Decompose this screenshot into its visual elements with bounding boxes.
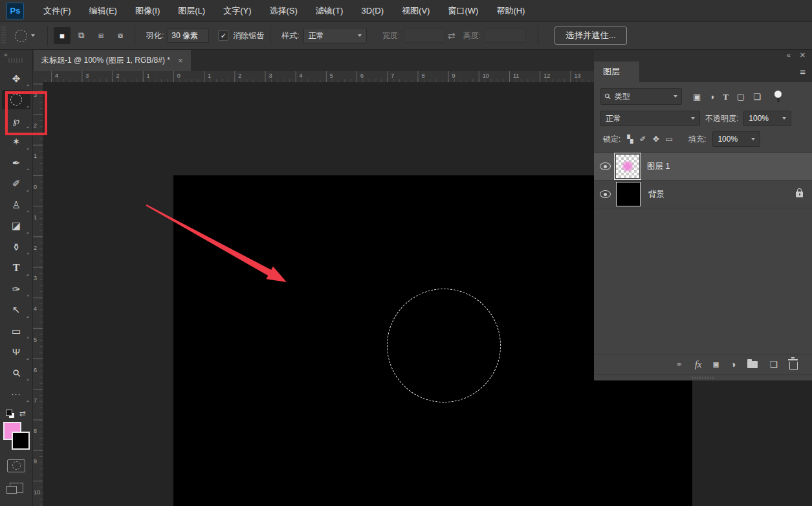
filter-pixel-layers-icon[interactable]: ▣ bbox=[693, 93, 701, 101]
link-layers-icon[interactable]: ⚭ bbox=[675, 360, 683, 369]
menu-item[interactable]: 文件(F) bbox=[34, 0, 80, 21]
subtract-from-selection[interactable]: ⧈ bbox=[93, 27, 109, 44]
menu-item[interactable]: 视图(V) bbox=[393, 0, 439, 21]
paint-bucket-tool[interactable]: ⚱ bbox=[2, 237, 30, 256]
layer-row[interactable]: 背景 bbox=[594, 181, 812, 208]
filter-type-value: 类型 bbox=[615, 91, 630, 102]
menu-item[interactable]: 窗口(W) bbox=[439, 0, 487, 21]
filter-shape-layers-icon[interactable]: ▢ bbox=[737, 93, 745, 101]
opacity-select[interactable]: 100% bbox=[743, 111, 791, 126]
new-selection[interactable]: ■ bbox=[54, 27, 71, 44]
lock-image-pixels-icon[interactable]: ✐ bbox=[640, 135, 646, 143]
layer-visibility-toggle[interactable] bbox=[594, 190, 616, 198]
lock-position-icon[interactable]: ✥ bbox=[653, 135, 659, 143]
panel-header: « ✕ bbox=[594, 49, 812, 61]
menu-item[interactable]: 图像(I) bbox=[126, 0, 169, 21]
style-value: 正常 bbox=[309, 30, 324, 41]
filter-icons: ▣◑T▢❏ bbox=[693, 93, 761, 101]
hand-tool[interactable]: Ψ bbox=[2, 342, 30, 362]
delete-layer-icon[interactable] bbox=[789, 362, 798, 370]
ruler-number: 7 bbox=[34, 397, 37, 404]
filter-adjustment-layers-icon[interactable]: ◑ bbox=[709, 93, 714, 101]
layer-group-icon[interactable] bbox=[747, 361, 758, 368]
filter-type-layers-icon[interactable]: T bbox=[723, 93, 729, 101]
add-to-selection[interactable]: ⧉ bbox=[73, 27, 90, 44]
ruler-number: 13 bbox=[574, 72, 580, 79]
zoom-tool[interactable]: ⚲ bbox=[2, 363, 30, 382]
filter-smart-objects-icon[interactable]: ❏ bbox=[753, 93, 761, 101]
quick-mask-mode-button[interactable] bbox=[7, 459, 25, 472]
panel-resize-grip[interactable] bbox=[594, 374, 812, 380]
menu-item[interactable]: 编辑(E) bbox=[80, 0, 126, 21]
brush-tool[interactable]: ✐ bbox=[2, 174, 30, 193]
fill-select[interactable]: 100% bbox=[712, 131, 760, 147]
collapse-panels-icon[interactable]: « bbox=[787, 51, 791, 59]
panel-menu-icon[interactable]: ≡ bbox=[800, 66, 806, 77]
toolbox-grip[interactable] bbox=[8, 58, 24, 63]
select-and-mask-button[interactable]: 选择并遮住... bbox=[554, 27, 627, 45]
layer-thumbnail[interactable] bbox=[616, 182, 641, 206]
screen-mode-button[interactable] bbox=[10, 483, 23, 493]
eraser-tool[interactable]: ◪ bbox=[2, 216, 30, 236]
menu-item[interactable]: 3D(D) bbox=[352, 0, 393, 21]
menu-item[interactable]: 文字(Y) bbox=[214, 0, 260, 21]
fill-value: 100% bbox=[718, 135, 738, 144]
chevron-down-icon bbox=[358, 34, 362, 37]
antialias-checkbox[interactable]: ✓ bbox=[218, 30, 228, 41]
separator bbox=[135, 26, 135, 45]
swap-width-height-icon[interactable]: ⇄ bbox=[448, 30, 455, 41]
path-selection-tool[interactable]: ↖ bbox=[2, 300, 30, 320]
layer-mask-icon[interactable]: ◙ bbox=[714, 360, 719, 369]
move-tool[interactable]: ✥ bbox=[2, 69, 30, 88]
eye-icon bbox=[600, 162, 611, 170]
clone-stamp-tool[interactable]: ♙ bbox=[2, 195, 30, 214]
menu-item[interactable]: 选择(S) bbox=[260, 0, 306, 21]
blend-mode-select[interactable]: 正常 bbox=[600, 111, 700, 126]
close-panel-icon[interactable]: ✕ bbox=[800, 51, 806, 60]
ruler-number: 11 bbox=[513, 72, 519, 79]
type-tool[interactable]: T bbox=[2, 258, 30, 278]
close-tab-icon[interactable]: × bbox=[178, 56, 183, 65]
layer-effects-icon[interactable]: fx bbox=[695, 360, 702, 369]
ruler-origin-corner[interactable] bbox=[32, 71, 43, 83]
ruler-number: 10 bbox=[483, 72, 489, 79]
ruler-number: 1 bbox=[147, 72, 150, 79]
menu-item[interactable]: 滤镜(T) bbox=[307, 0, 353, 21]
type-tool-icon: T bbox=[13, 263, 20, 273]
menu-item[interactable]: 帮助(H) bbox=[487, 0, 534, 21]
pen-tool[interactable]: ✑ bbox=[2, 279, 30, 298]
tool-preset-picker[interactable] bbox=[15, 30, 35, 42]
layer-visibility-toggle[interactable] bbox=[594, 162, 616, 170]
collapse-toolbox-icon[interactable]: » bbox=[4, 51, 7, 58]
layer-name: 背景 bbox=[648, 189, 664, 200]
eyedropper-tool[interactable]: ✒ bbox=[2, 153, 30, 172]
document-tab[interactable]: 未标题-1 @ 100% (图层 1, RGB/8#) * × bbox=[34, 49, 191, 71]
options-bar-grip[interactable] bbox=[1, 27, 6, 45]
rectangle-tool[interactable]: ▭ bbox=[2, 321, 30, 340]
style-select[interactable]: 正常 bbox=[303, 28, 367, 43]
menu-item[interactable]: 图层(L) bbox=[169, 0, 214, 21]
lock-artboard-icon[interactable]: ▭ bbox=[666, 135, 673, 143]
ellipse-preset-icon bbox=[15, 30, 27, 42]
color-swatches bbox=[0, 422, 32, 452]
background-color-swatch[interactable] bbox=[12, 432, 30, 450]
opacity-value: 100% bbox=[749, 114, 769, 123]
photoshop-logo: Ps bbox=[6, 3, 24, 19]
vertical-ruler[interactable]: 321012345678910 bbox=[32, 82, 43, 506]
edit-toolbar[interactable]: ··· bbox=[2, 384, 30, 404]
quick-mask-icon bbox=[12, 461, 21, 470]
layer-thumbnail[interactable] bbox=[616, 155, 639, 178]
adjustment-layer-icon[interactable]: ◑ bbox=[730, 360, 736, 369]
filter-switch-icon[interactable] bbox=[774, 91, 782, 102]
layer-name: 图层 1 bbox=[647, 161, 670, 172]
intersect-selection[interactable]: ⧇ bbox=[112, 27, 129, 44]
layer-row[interactable]: 图层 1 bbox=[594, 153, 812, 181]
lock-transparent-pixels-icon[interactable]: ▚ bbox=[627, 135, 633, 143]
tab-layers[interactable]: 图层 bbox=[594, 61, 639, 82]
height-input[interactable] bbox=[485, 28, 526, 43]
feather-input[interactable] bbox=[168, 28, 209, 43]
filter-type-select[interactable]: ⚲ 类型 bbox=[600, 88, 682, 105]
width-input[interactable] bbox=[404, 28, 445, 43]
new-layer-icon[interactable]: ❏ bbox=[769, 360, 778, 369]
swap-colors-icon[interactable]: ⇄ bbox=[19, 409, 26, 418]
